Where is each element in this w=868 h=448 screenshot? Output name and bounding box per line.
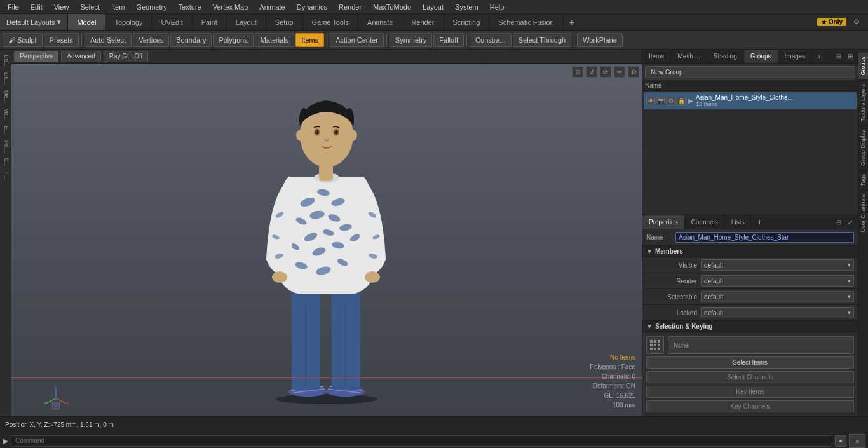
visible-dropdown[interactable]: default ▾ — [701, 259, 854, 271]
boundary-button[interactable]: Boundary — [170, 33, 212, 47]
layout-tab-render[interactable]: Render — [402, 14, 444, 30]
menu-maxtomodo[interactable]: MaxToModo — [368, 2, 416, 12]
panel-tab-mesh[interactable]: Mesh ... — [671, 50, 707, 63]
props-fullscreen-icon[interactable]: ⤢ — [845, 217, 855, 227]
layout-tab-topology[interactable]: Topology — [105, 14, 152, 30]
viewport-icon-1[interactable]: ⊞ — [572, 66, 583, 78]
command-arrow-icon[interactable]: ▶ — [3, 437, 8, 445]
layout-tab-gametools[interactable]: Game Tools — [303, 14, 359, 30]
select-through-button[interactable]: Select Through — [513, 33, 571, 47]
render-icon[interactable]: 📷 — [656, 97, 665, 105]
viewport[interactable]: Perspective Advanced Ray GL: Off ⊞ ↺ ⟳ ✏… — [11, 50, 642, 416]
members-header[interactable]: ▼ Members — [642, 246, 858, 257]
panel-tab-shading[interactable]: Shading — [707, 50, 744, 63]
name-value-input[interactable]: Asian_Man_Home_Style_Clothes_Star — [675, 232, 854, 243]
panel-tab-add-button[interactable]: + — [812, 50, 826, 63]
menu-select[interactable]: Select — [75, 2, 105, 12]
panel-collapse-icon[interactable]: ⊟ — [834, 51, 844, 62]
right-tab-groups[interactable]: Groups — [858, 52, 868, 79]
ray-gl-button[interactable]: Ray GL: Off — [104, 51, 149, 62]
falloff-button[interactable]: Falloff — [433, 33, 464, 47]
viewport-icon-4[interactable]: ✏ — [614, 66, 625, 78]
select-channels-button[interactable]: Select Channels — [646, 371, 854, 383]
menu-system[interactable]: System — [450, 2, 484, 12]
settings-icon-2[interactable]: ⚙ — [667, 97, 675, 105]
auto-select-button[interactable]: Auto Select — [85, 33, 132, 47]
constraints-button[interactable]: Constra... — [470, 33, 512, 47]
group-expand-arrow[interactable]: ▶ — [688, 97, 693, 104]
layout-tab-scripting[interactable]: Scripting — [444, 14, 490, 30]
menu-help[interactable]: Help — [485, 2, 510, 12]
presets-button[interactable]: Presets — [44, 33, 79, 47]
vertices-button[interactable]: Vertices — [133, 33, 169, 47]
menu-view[interactable]: View — [49, 2, 74, 12]
render-dropdown[interactable]: default ▾ — [701, 275, 854, 287]
add-layout-button[interactable]: + — [564, 17, 580, 27]
menu-layout[interactable]: Layout — [417, 2, 449, 12]
menu-render[interactable]: Render — [334, 2, 367, 12]
left-tab-ve[interactable]: Ve... — [1, 106, 11, 123]
items-button[interactable]: Items — [295, 33, 324, 47]
left-tab-f[interactable]: F... — [1, 170, 11, 182]
locked-dropdown[interactable]: default ▾ — [701, 307, 854, 318]
command-expand-button[interactable]: » — [849, 434, 865, 448]
props-collapse-icon[interactable]: ⊟ — [834, 217, 844, 227]
star-badge[interactable]: ★ Only — [817, 18, 846, 26]
layout-tab-animate[interactable]: Animate — [358, 14, 402, 30]
action-center-button[interactable]: Action Center — [330, 33, 384, 47]
viewport-icon-5[interactable]: ⚙ — [628, 66, 639, 78]
menu-vertex-map[interactable]: Vertex Map — [208, 2, 254, 12]
layout-tab-setup[interactable]: Setup — [266, 14, 303, 30]
menu-texture[interactable]: Texture — [173, 2, 207, 12]
props-tab-lists[interactable]: Lists — [725, 215, 752, 229]
viewport-content[interactable]: ⊞ ↺ ⟳ ✏ ⚙ — [11, 64, 642, 416]
menu-edit[interactable]: Edit — [25, 2, 48, 12]
group-row[interactable]: 👁 📷 ⚙ 🔒 ▶ Asian_Man_Home_Style_Clothe...… — [644, 92, 857, 109]
layout-tab-paint[interactable]: Paint — [193, 14, 227, 30]
key-channels-button[interactable]: Key Channels — [646, 400, 854, 412]
layout-tab-uvedit[interactable]: UVEdit — [152, 14, 192, 30]
symmetry-button[interactable]: Symmetry — [390, 33, 433, 47]
command-submit-button[interactable]: ● — [835, 435, 846, 447]
left-tab-de[interactable]: De... — [1, 52, 11, 69]
left-tab-du[interactable]: Du... — [1, 70, 11, 87]
viewport-icon-3[interactable]: ⟳ — [600, 66, 611, 78]
perspective-button[interactable]: Perspective — [14, 51, 58, 62]
selection-header[interactable]: ▼ Selection & Keying — [642, 321, 858, 332]
right-tab-texture-layers[interactable]: Texture Layers — [858, 79, 868, 125]
layouts-dropdown[interactable]: Default Layouts ▾ — [0, 14, 68, 30]
command-input[interactable] — [11, 435, 832, 447]
panel-tab-images[interactable]: Images — [778, 50, 813, 63]
left-tab-c[interactable]: C... — [1, 155, 11, 169]
workplane-button[interactable]: WorkPlane — [577, 33, 623, 47]
key-items-button[interactable]: Key Items — [646, 386, 854, 398]
right-tab-user-channels[interactable]: User Channels — [858, 190, 868, 236]
props-tab-channels[interactable]: Channels — [685, 215, 725, 229]
layout-tab-layout[interactable]: Layout — [227, 14, 266, 30]
lock-icon[interactable]: 🔒 — [677, 97, 686, 105]
polygons-button[interactable]: Polygons — [213, 33, 253, 47]
right-tab-group-display[interactable]: Group Display — [858, 125, 868, 170]
menu-item[interactable]: Item — [106, 2, 130, 12]
viewport-icon-2[interactable]: ↺ — [586, 66, 597, 78]
panel-tab-groups[interactable]: Groups — [744, 50, 778, 63]
left-tab-e[interactable]: E... — [1, 123, 11, 137]
new-group-button[interactable]: New Group — [645, 66, 855, 78]
right-tab-tags[interactable]: Tags — [858, 170, 868, 190]
menu-geometry[interactable]: Geometry — [131, 2, 172, 12]
panel-expand-icon[interactable]: ⊞ — [845, 51, 855, 62]
menu-dynamics[interactable]: Dynamics — [292, 2, 332, 12]
menu-animate[interactable]: Animate — [254, 2, 290, 12]
visibility-icon[interactable]: 👁 — [646, 97, 655, 105]
materials-button[interactable]: Materials — [255, 33, 295, 47]
props-tab-properties[interactable]: Properties — [642, 215, 685, 229]
settings-icon[interactable]: ⚙ — [850, 16, 863, 29]
advanced-button[interactable]: Advanced — [61, 51, 100, 62]
props-tab-add-button[interactable]: + — [752, 218, 766, 227]
sel-icon-box[interactable] — [646, 336, 664, 354]
layout-tab-model[interactable]: Model — [68, 14, 105, 30]
selectable-dropdown[interactable]: default ▾ — [701, 291, 854, 302]
layout-tab-schematic[interactable]: Schematic Fusion — [489, 14, 563, 30]
left-tab-po[interactable]: Po... — [1, 138, 11, 155]
left-tab-me[interactable]: Me... — [1, 88, 11, 105]
